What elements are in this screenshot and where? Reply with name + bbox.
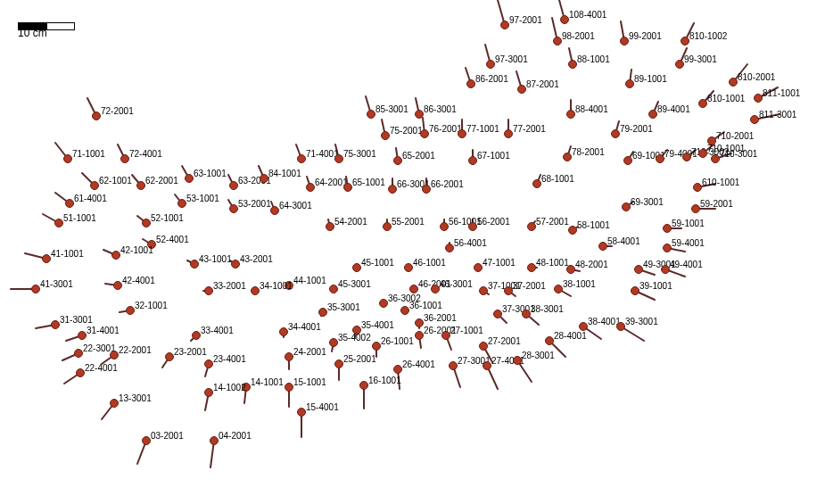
point-marker [441, 331, 450, 340]
data-point: 59-2001 [691, 204, 700, 213]
point-label: 58-4001 [607, 236, 640, 246]
data-point: 38-1001 [554, 285, 563, 293]
point-label: 811-1001 [763, 88, 800, 98]
data-point: 38-4001 [579, 322, 588, 331]
point-marker [388, 185, 397, 194]
point-label: 51-1001 [63, 213, 96, 223]
data-point: 87-2001 [517, 85, 526, 94]
point-label: 36-1001 [409, 301, 442, 310]
data-point: 26-2001 [415, 331, 424, 340]
data-point: 31-4001 [78, 331, 87, 340]
point-marker [468, 222, 477, 231]
point-marker [620, 37, 629, 45]
point-marker [113, 281, 122, 290]
data-point: 56-2001 [468, 222, 477, 231]
data-point: 27-3001 [449, 361, 458, 370]
data-point: 65-2001 [393, 156, 402, 165]
point-label: 35-4001 [361, 320, 394, 330]
point-label: 42-1001 [120, 245, 153, 255]
point-marker [297, 408, 306, 417]
data-point: 36-3002 [379, 299, 388, 308]
data-point: 25-2001 [334, 359, 343, 368]
point-marker [379, 299, 388, 308]
point-label: 48-1001 [536, 258, 569, 268]
point-label: 48-2001 [575, 260, 608, 269]
point-marker [74, 349, 83, 358]
data-point: 84-1001 [260, 174, 268, 183]
data-point: 58-1001 [568, 226, 577, 235]
data-point: 63-1001 [185, 174, 194, 183]
point-marker [409, 285, 418, 293]
point-label: 810-1002 [689, 31, 727, 41]
point-marker [634, 265, 643, 274]
point-label: 77-2001 [513, 124, 546, 134]
data-point: 59-1001 [663, 224, 672, 233]
data-point: 88-4001 [566, 110, 575, 119]
data-point: 27-2001 [479, 342, 488, 351]
point-label: 22-4001 [85, 363, 118, 373]
point-label: 59-4001 [672, 238, 705, 248]
point-marker [415, 110, 424, 119]
data-point: 76-2001 [420, 129, 429, 138]
point-label: 56-4001 [454, 238, 487, 248]
data-point: 69-1001 [623, 156, 632, 165]
point-label: 72-4001 [129, 149, 162, 159]
point-label: 15-1001 [293, 377, 326, 387]
data-point: 43-2001 [231, 260, 240, 269]
point-label: 41-1001 [51, 249, 84, 259]
data-point: 48-1001 [527, 263, 536, 272]
point-marker [415, 318, 424, 327]
point-marker [120, 154, 129, 163]
point-marker [420, 129, 429, 138]
point-label: 62-2001 [145, 176, 178, 186]
point-marker [334, 154, 343, 163]
point-label: 28-3001 [522, 351, 555, 360]
point-marker [483, 361, 491, 370]
point-label: 32-1001 [135, 301, 168, 310]
point-marker [486, 60, 495, 69]
data-point: 58-4001 [598, 242, 607, 251]
point-label: 23-2001 [174, 347, 207, 357]
data-point: 97-2001 [500, 21, 509, 29]
data-point: 85-3001 [367, 110, 375, 119]
point-label: 72-2001 [101, 106, 134, 116]
point-label: 35-3001 [327, 302, 360, 312]
point-marker [445, 244, 454, 252]
point-label: 14-1002 [213, 383, 246, 392]
point-marker [522, 310, 531, 318]
point-marker [279, 327, 288, 336]
data-point: 710-1001 [698, 149, 707, 158]
point-marker [504, 129, 513, 138]
point-marker [631, 286, 639, 295]
point-marker [92, 112, 101, 120]
data-point: 99-2001 [620, 37, 629, 45]
point-label: 810-1001 [707, 94, 745, 103]
point-marker [566, 110, 575, 119]
point-marker [474, 263, 483, 272]
data-point: 15-4001 [297, 408, 306, 417]
point-label: 66-2001 [431, 179, 464, 189]
point-label: 25-2001 [343, 354, 376, 364]
point-label: 38-1001 [563, 279, 596, 289]
point-label: 45-1001 [361, 258, 394, 268]
point-label: 43-2001 [240, 254, 273, 264]
data-point: 23-2001 [165, 352, 174, 361]
point-marker [625, 79, 634, 88]
point-label: 52-4001 [156, 235, 189, 244]
data-point: 46-2001 [409, 285, 418, 293]
point-label: 26-4001 [402, 359, 435, 369]
point-marker [729, 78, 738, 87]
data-point: 52-1001 [142, 219, 151, 227]
data-point: 72-4001 [120, 154, 129, 163]
point-marker [449, 361, 458, 370]
data-point: 79-2001 [611, 129, 620, 138]
data-point: 78-2001 [563, 153, 572, 161]
point-label: 88-1001 [577, 54, 610, 64]
data-point: 710-3002 [682, 153, 691, 161]
data-point: 45-1001 [352, 263, 361, 272]
point-label: 55-2001 [392, 217, 425, 227]
data-point: 24-2001 [285, 352, 293, 361]
point-label: 27-2001 [488, 336, 521, 346]
point-marker [622, 202, 631, 211]
point-marker [334, 359, 343, 368]
